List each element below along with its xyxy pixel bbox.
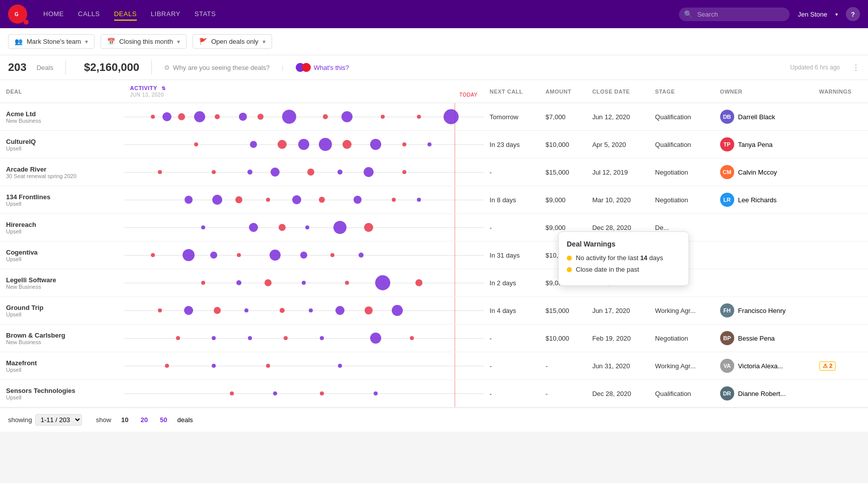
- table-row: Sensors TechnologiesUpsell--Dec 28, 2020…: [0, 380, 868, 408]
- activity-bubble: [444, 109, 459, 124]
- activity-bubble: [212, 336, 216, 340]
- deal-type: New Business: [6, 284, 118, 290]
- warning-item-activity: No activity for the last 14 days: [567, 254, 680, 262]
- avatar: VA: [720, 359, 734, 373]
- deal-cell[interactable]: MazefrontUpsell: [0, 352, 124, 380]
- activity-bubble: [323, 114, 328, 119]
- deal-cell[interactable]: Arcade River30 Seat renewal spring 2020: [0, 158, 124, 186]
- activity-bubble: [212, 195, 222, 205]
- activity-bubble: [298, 139, 309, 150]
- deal-type: Upsell: [6, 394, 118, 400]
- nav-deals[interactable]: DEALS: [114, 8, 137, 21]
- nav-home[interactable]: HOME: [43, 8, 64, 21]
- deal-count: 203: [8, 61, 27, 74]
- team-filter[interactable]: 👥 Mark Stone's team ▾: [8, 34, 95, 49]
- deal-cell[interactable]: Acme LtdNew Business: [0, 103, 124, 131]
- user-menu[interactable]: Jen Stone: [798, 11, 827, 18]
- owner-cell: LRLee Richards: [714, 186, 813, 214]
- activity-bubble: [247, 170, 252, 175]
- activity-bubble: [215, 114, 220, 119]
- stage-cell: Negotiation: [649, 186, 714, 214]
- activity-bubble: [305, 225, 309, 229]
- amount-cell: -: [540, 380, 586, 408]
- page-size-20[interactable]: 20: [141, 416, 148, 424]
- status-filter[interactable]: 🚩 Open deals only ▾: [193, 34, 272, 49]
- date-start: JUN 13, 2020: [130, 92, 164, 98]
- activity-bubble: [235, 196, 242, 203]
- owner-cell: TPTanya Pena: [714, 131, 813, 158]
- nav-library[interactable]: LIBRARY: [151, 8, 181, 21]
- owner-cell: [714, 214, 813, 242]
- logo[interactable]: G: [8, 5, 27, 24]
- period-filter-label: Closing this month: [119, 38, 173, 45]
- team-chevron-icon: ▾: [85, 38, 88, 45]
- activity-bubble: [249, 223, 258, 232]
- next-call-cell: In 23 days: [484, 131, 540, 158]
- nav-stats[interactable]: STATS: [195, 8, 216, 21]
- main-nav: G HOME CALLS DEALS LIBRARY STATS 🔍 Jen S…: [0, 0, 868, 28]
- nav-calls[interactable]: CALLS: [78, 8, 100, 21]
- activity-bubble: [230, 391, 234, 395]
- activity-bubble: [364, 223, 373, 232]
- page-size-50[interactable]: 50: [160, 416, 167, 424]
- activity-cell: [124, 325, 484, 352]
- warnings-cell: [813, 242, 868, 269]
- amount-cell: $15,000: [540, 158, 586, 186]
- owner-cell: VAVictoria Alexa...: [714, 352, 813, 380]
- deal-warnings-tooltip: Deal Warnings No activity for the last 1…: [558, 231, 689, 286]
- deal-type: Upsell: [6, 145, 118, 151]
- activity-bubble: [151, 253, 155, 257]
- table-row: 134 FrontlinesUpsellIn 8 days$9,000Mar 1…: [0, 186, 868, 214]
- period-filter[interactable]: 📅 Closing this month ▾: [101, 34, 187, 49]
- filter-why-label: Why are you seeing these deals?: [173, 64, 270, 71]
- deal-cell[interactable]: Brown & CarlsbergNew Business: [0, 325, 124, 352]
- table-row: Acme LtdNew BusinessTomorrow$7,000Jun 12…: [0, 103, 868, 131]
- activity-bubble: [338, 364, 342, 368]
- sort-icon[interactable]: ⇅: [161, 86, 166, 91]
- activity-bubble: [410, 336, 414, 340]
- page-size-10[interactable]: 10: [121, 416, 128, 424]
- deal-cell[interactable]: Sensors TechnologiesUpsell: [0, 380, 124, 408]
- more-options-icon[interactable]: ⋮: [852, 63, 860, 72]
- avatar: DB: [720, 110, 734, 124]
- whats-this[interactable]: What's this?: [296, 63, 349, 72]
- table-header-row: DEAL ACTIVITY ⇅ JUN 13, 2020 TODAY: [0, 80, 868, 103]
- toggle-icon: [296, 63, 311, 72]
- deal-cell[interactable]: CultureIQUpsell: [0, 131, 124, 158]
- amount-cell: $15,000: [540, 297, 586, 325]
- activity-bubble: [284, 336, 288, 340]
- help-button[interactable]: ?: [846, 7, 860, 21]
- filter-why[interactable]: ⚙ Why are you seeing these deals?: [164, 64, 270, 71]
- owner-cell: [714, 242, 813, 269]
- table-row: Arcade River30 Seat renewal spring 2020-…: [0, 158, 868, 186]
- owner-name: Darrell Black: [738, 113, 775, 121]
- warning-badge[interactable]: ⚠ 2: [819, 361, 836, 371]
- deal-type: New Business: [6, 118, 118, 124]
- deal-type: Upsell: [6, 256, 118, 262]
- warnings-cell: [813, 158, 868, 186]
- activity-bubble: [201, 281, 205, 285]
- deal-cell[interactable]: 134 FrontlinesUpsell: [0, 186, 124, 214]
- col-deal: DEAL: [0, 80, 124, 103]
- deal-cell[interactable]: HirereachUpsell: [0, 214, 124, 242]
- activity-bubble: [309, 308, 313, 312]
- stage-cell: Qualification: [649, 103, 714, 131]
- activity-bubble: [375, 275, 390, 290]
- next-call-cell: -: [484, 214, 540, 242]
- activity-cell: [124, 269, 484, 297]
- user-chevron-icon: ▾: [835, 12, 838, 17]
- search-input[interactable]: [679, 8, 790, 21]
- warnings-cell: [813, 325, 868, 352]
- deal-cell[interactable]: Ground TripUpsell: [0, 297, 124, 325]
- next-call-cell: -: [484, 380, 540, 408]
- deal-cell[interactable]: Legelli SoftwareNew Business: [0, 269, 124, 297]
- date-today: TODAY: [460, 92, 478, 98]
- deal-cell[interactable]: CogentivaUpsell: [0, 242, 124, 269]
- activity-bubble: [151, 115, 155, 119]
- activity-bubble: [417, 115, 421, 119]
- col-amount: AMOUNT: [540, 80, 586, 103]
- activity-bubble: [183, 249, 195, 261]
- deal-name: Ground Trip: [6, 304, 118, 311]
- showing-label: showing 1-11 / 203: [8, 414, 82, 426]
- showing-select[interactable]: 1-11 / 203: [35, 414, 82, 426]
